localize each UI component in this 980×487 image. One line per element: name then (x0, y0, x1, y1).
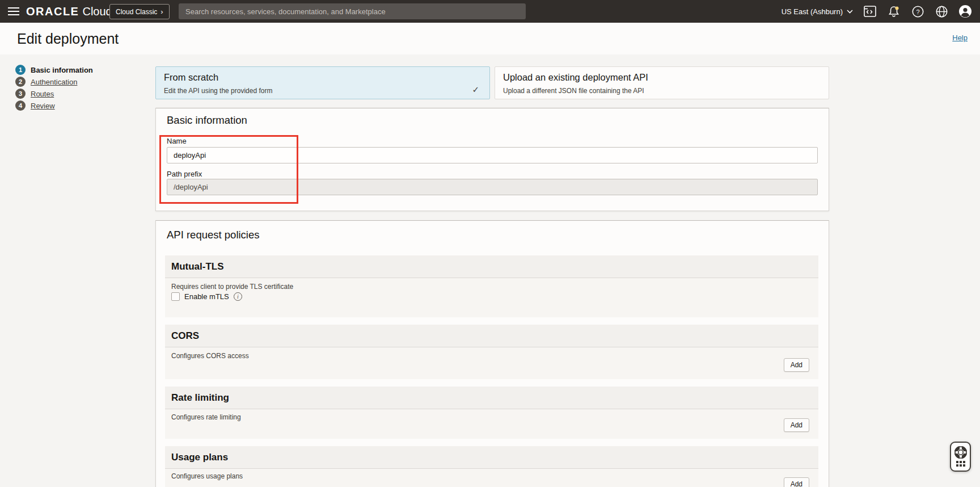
selected-check-icon: ✓ (472, 85, 479, 95)
path-prefix-label: Path prefix (167, 170, 202, 178)
oracle-cloud-console: ORACLE Cloud Cloud Classic › US East (As… (0, 0, 980, 487)
stepper-item-review[interactable]: 4 Review (15, 100, 93, 111)
usage-plans-add-button[interactable]: Add (784, 477, 809, 487)
cors-section: CORS Configures CORS access Add (165, 325, 818, 379)
oracle-cloud-logo: ORACLE Cloud (26, 5, 112, 18)
step-number-badge: 3 (15, 89, 26, 99)
cors-desc: Configures CORS access (171, 352, 249, 360)
api-source-selector: From scratch Edit the API using the prov… (155, 66, 829, 99)
mutual-tls-title: Mutual-TLS (171, 261, 224, 272)
usage-plans-title: Usage plans (171, 452, 228, 463)
cloud-classic-label: Cloud Classic (116, 8, 157, 16)
rate-limiting-desc: Configures rate limiting (171, 413, 241, 421)
upload-existing-card[interactable]: Upload an existing deployment API Upload… (495, 66, 829, 99)
basic-information-title: Basic information (167, 114, 247, 127)
enable-mtls-label: Enable mTLS (184, 292, 229, 301)
hamburger-menu-icon[interactable] (0, 0, 25, 23)
cors-header: CORS (165, 325, 818, 347)
from-scratch-card[interactable]: From scratch Edit the API using the prov… (155, 66, 490, 99)
step-number-badge: 4 (15, 100, 26, 111)
page-header: Edit deployment Help (0, 23, 980, 54)
path-prefix-input (167, 179, 818, 195)
notification-badge (895, 6, 899, 10)
cors-title: CORS (171, 330, 199, 342)
cloud-classic-button[interactable]: Cloud Classic › (109, 4, 170, 19)
top-navigation-bar: ORACLE Cloud Cloud Classic › US East (As… (0, 0, 980, 23)
brand-oracle: ORACLE (26, 5, 79, 18)
svg-text:?: ? (916, 8, 919, 15)
stepper-item-routes[interactable]: 3 Routes (15, 89, 93, 99)
enable-mtls-checkbox[interactable] (171, 292, 180, 301)
rate-limiting-body: Configures rate limiting Add (165, 409, 818, 439)
region-label: US East (Ashburn) (782, 7, 843, 16)
upload-existing-desc: Upload a different JSON file containing … (503, 87, 821, 95)
usage-plans-desc: Configures usage plans (171, 472, 243, 480)
usage-plans-body: Configures usage plans Add (165, 469, 818, 487)
rate-limiting-add-button[interactable]: Add (784, 418, 809, 432)
mutual-tls-body: Requires client to provide TLS certifica… (165, 278, 818, 317)
life-ring-icon (953, 445, 968, 460)
global-search-input[interactable] (179, 3, 526, 19)
chevron-down-icon (847, 10, 853, 14)
profile-avatar[interactable] (958, 5, 972, 18)
assistant-launcher-button[interactable] (950, 442, 971, 472)
api-request-policies-card: API request policies Mutual-TLS Requires… (155, 220, 829, 487)
brand-cloud: Cloud (82, 5, 112, 18)
topbar-right-cluster: US East (Ashburn) ? (782, 0, 972, 23)
stepper-item-basic-information[interactable]: 1 Basic information (15, 65, 93, 75)
wizard-stepper: 1 Basic information 2 Authentication 3 R… (15, 65, 93, 111)
enable-mtls-row: Enable mTLS i (171, 292, 242, 301)
info-icon[interactable]: i (234, 292, 242, 301)
name-label: Name (167, 137, 187, 145)
cors-body: Configures CORS access Add (165, 347, 818, 379)
chevron-right-icon: › (160, 8, 163, 15)
help-icon[interactable]: ? (911, 5, 924, 18)
mutual-tls-header: Mutual-TLS (165, 255, 818, 278)
help-link[interactable]: Help (952, 33, 968, 42)
rate-limiting-section: Rate limiting Configures rate limiting A… (165, 387, 818, 439)
rate-limiting-title: Rate limiting (171, 392, 229, 404)
notifications-icon[interactable] (887, 5, 901, 18)
step-label: Basic information (31, 66, 93, 74)
usage-plans-section: Usage plans Configures usage plans Add (165, 446, 818, 487)
from-scratch-desc: Edit the API using the provided form (164, 87, 481, 95)
upload-existing-title: Upload an existing deployment API (503, 72, 821, 83)
name-input[interactable] (167, 147, 818, 163)
rate-limiting-header: Rate limiting (165, 387, 818, 409)
cors-add-button[interactable]: Add (784, 358, 809, 372)
language-globe-icon[interactable] (935, 5, 948, 18)
step-number-badge: 2 (15, 77, 26, 87)
mutual-tls-section: Mutual-TLS Requires client to provide TL… (165, 255, 818, 317)
usage-plans-header: Usage plans (165, 446, 818, 469)
developer-console-icon[interactable] (863, 5, 877, 18)
mutual-tls-desc: Requires client to provide TLS certifica… (171, 283, 293, 291)
region-selector[interactable]: US East (Ashburn) (782, 7, 853, 16)
basic-information-card: Basic information Name Path prefix (155, 108, 829, 211)
step-label: Authentication (31, 78, 77, 86)
page-title: Edit deployment (17, 31, 119, 47)
step-label: Routes (31, 90, 54, 98)
step-label: Review (31, 102, 55, 110)
from-scratch-title: From scratch (164, 72, 481, 83)
api-request-policies-title: API request policies (167, 229, 260, 241)
drag-dots-icon (956, 461, 965, 467)
step-number-badge: 1 (15, 65, 26, 75)
stepper-item-authentication[interactable]: 2 Authentication (15, 77, 93, 87)
